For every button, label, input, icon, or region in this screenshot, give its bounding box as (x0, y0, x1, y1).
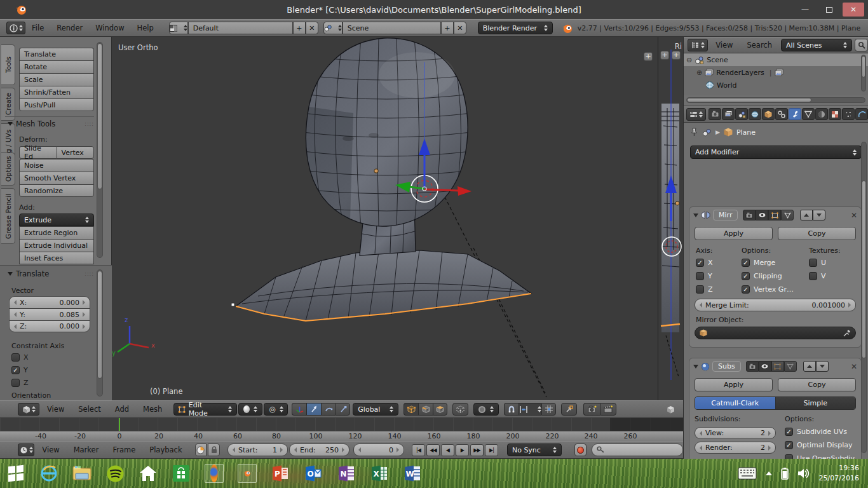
start-frame-field[interactable]: Start:1 (227, 444, 288, 456)
tab-scene[interactable] (735, 108, 748, 120)
outliner-hscrollbar[interactable] (686, 97, 865, 103)
orientation-dropdown[interactable]: Global (353, 403, 398, 416)
slide-edge-button[interactable]: Slide Ed (19, 146, 57, 159)
edge-select-button[interactable] (418, 403, 433, 416)
select-menu[interactable]: Select (72, 405, 107, 414)
vertex-groups-checkbox[interactable]: ✓ (742, 285, 750, 294)
rotate-button[interactable]: Rotate (19, 60, 94, 73)
tab-particles[interactable] (842, 108, 855, 120)
snap-peel-button[interactable] (561, 403, 577, 416)
face-select-button[interactable] (433, 403, 447, 416)
move-down-button[interactable] (813, 210, 825, 220)
translate-manipulator-button[interactable] (306, 403, 321, 416)
properties-scrollbar[interactable] (861, 142, 867, 453)
menu-render[interactable]: Render (50, 24, 89, 32)
translate-operator-header[interactable]: Translate :::: (8, 269, 94, 278)
shading-dropdown[interactable] (238, 403, 262, 416)
menu-help[interactable]: Help (131, 24, 160, 32)
view-menu[interactable]: View (41, 405, 71, 414)
constraint-y-checkbox[interactable]: ✓ (11, 366, 20, 374)
spotify-icon[interactable] (105, 464, 125, 483)
viewport-3d-right[interactable]: Ri + + (658, 37, 683, 400)
menu-window[interactable]: Window (89, 24, 130, 32)
expand-region-button[interactable]: + (660, 51, 669, 60)
texture-u-checkbox[interactable] (809, 259, 817, 267)
screen-layout-icon-button[interactable] (169, 22, 188, 34)
vertex-slide-button[interactable]: Vertex (57, 146, 95, 159)
render-toggle[interactable] (743, 210, 756, 220)
cage-toggle[interactable] (781, 210, 794, 220)
editor-type-button-info[interactable] (6, 22, 25, 34)
mirror-x-checkbox[interactable]: ✓ (696, 259, 704, 267)
catmull-clark-button[interactable]: Catmull-Clark (695, 397, 775, 409)
onenote-icon[interactable]: N (337, 464, 356, 483)
subsurf-apply-button[interactable]: Apply (695, 378, 773, 391)
tab-world[interactable] (749, 108, 761, 120)
outliner-vscrollbar[interactable] (861, 55, 866, 92)
vector-x-field[interactable]: X:0.000 (9, 296, 90, 308)
editmode-toggle[interactable] (768, 210, 781, 220)
outliner-item-world[interactable]: World (684, 79, 868, 92)
mirror-y-checkbox[interactable] (696, 272, 704, 280)
windows-store-icon[interactable] (172, 464, 191, 483)
blender-taskbar-icon[interactable] (238, 464, 257, 483)
move-down-button[interactable] (816, 361, 829, 372)
menu-file[interactable]: File (25, 24, 50, 32)
render-animation-button[interactable] (600, 403, 616, 416)
mode-dropdown[interactable]: Edit Mode (173, 403, 237, 416)
powerpoint-icon[interactable]: P (271, 464, 290, 483)
add-layout-button[interactable]: + (293, 22, 306, 34)
tab-physics[interactable] (855, 108, 868, 120)
manipulator-axes-button[interactable] (292, 403, 306, 416)
close-button[interactable]: ✕ (843, 3, 864, 17)
vertex-select-button[interactable] (403, 403, 418, 416)
tab-render[interactable] (709, 108, 721, 120)
play-reverse-button[interactable]: ◀ (441, 444, 454, 456)
scale-button[interactable]: Scale (19, 73, 94, 86)
cube-editor-icon[interactable] (667, 405, 675, 414)
outliner-view-menu[interactable]: View (709, 41, 739, 50)
outliner-search-menu[interactable]: Search (740, 41, 778, 50)
tray-expand-icon[interactable] (766, 471, 772, 475)
expand-toggle-icon[interactable]: ⊕ (696, 69, 702, 77)
timeline-frame-menu[interactable]: Frame (106, 445, 142, 454)
texture-v-checkbox[interactable] (809, 272, 817, 280)
current-frame-field[interactable]: 0 (353, 444, 404, 456)
merge-checkbox[interactable]: ✓ (742, 259, 750, 267)
mesh-tools-panel-header[interactable]: Mesh Tools :::: (8, 119, 94, 128)
tab-modifiers[interactable] (789, 108, 801, 120)
translate-button[interactable]: Translate (19, 48, 94, 60)
mirror-z-checkbox[interactable] (696, 285, 704, 294)
timeline-view-menu[interactable]: View (36, 445, 65, 454)
scene-breadcrumb-icon[interactable] (702, 128, 712, 137)
smooth-vertex-button[interactable]: Smooth Vertex (19, 172, 94, 184)
collapse-icon[interactable] (693, 365, 698, 369)
pin-icon[interactable] (690, 128, 698, 137)
snap-target-button[interactable] (541, 403, 556, 416)
optimal-display-checkbox[interactable]: ✓ (785, 441, 793, 449)
vector-y-field[interactable]: Y:0.085 (9, 308, 90, 320)
tab-material[interactable] (815, 108, 828, 120)
viewport-toggle[interactable] (756, 210, 768, 220)
move-up-button[interactable] (800, 210, 813, 220)
battery-icon[interactable] (781, 467, 789, 480)
mesh-menu[interactable]: Mesh (137, 405, 168, 414)
play-button[interactable]: ▶ (456, 444, 469, 456)
render-engine-dropdown[interactable]: Blender Render (478, 22, 553, 34)
mirror-object-field[interactable] (695, 327, 856, 339)
timeline-marker-menu[interactable]: Marker (67, 445, 105, 454)
editmode-toggle[interactable] (771, 361, 784, 372)
move-up-button[interactable] (803, 361, 816, 372)
editor-type-button-outliner[interactable] (688, 39, 708, 51)
scene-field[interactable]: Scene (342, 22, 441, 34)
rotate-manipulator-button[interactable] (321, 403, 336, 416)
collapse-icon[interactable] (693, 214, 698, 217)
timeline-track[interactable] (0, 418, 683, 431)
word-icon[interactable]: W (403, 464, 422, 483)
outliner-item-renderlayers[interactable]: ⊕ RenderLayers | (684, 66, 868, 79)
properties-region-expand-button[interactable]: + (644, 52, 653, 61)
clipping-checkbox[interactable]: ✓ (742, 272, 750, 280)
pivot-dropdown[interactable]: ◎ (264, 403, 288, 416)
excel-icon[interactable]: X (370, 464, 389, 483)
cage-toggle[interactable] (784, 361, 797, 372)
